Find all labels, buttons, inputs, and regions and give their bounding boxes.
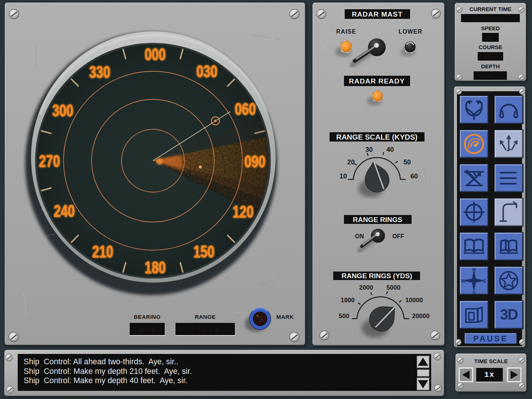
svg-text:20: 20 [347,158,355,166]
svg-text:10: 10 [340,173,347,180]
svg-text:OFF: OFF [392,233,404,239]
svg-text:210: 210 [92,242,113,261]
svg-text:2000: 2000 [359,284,373,291]
svg-text:W: W [461,278,466,284]
svg-text:ON: ON [355,233,364,239]
svg-text:3D: 3D [500,306,518,323]
svg-text:500: 500 [339,313,349,320]
svg-text:PAUSE: PAUSE [473,334,508,343]
svg-text:12: 12 [487,35,494,42]
svg-text:N: N [472,267,475,272]
svg-text:240: 240 [54,201,75,221]
svg-text:50: 50 [403,158,411,166]
svg-text:75843: 75843 [191,325,220,334]
svg-text:RANGE RINGS: RANGE RINGS [353,216,402,224]
svg-text:060: 060 [235,99,256,119]
svg-text:S: S [473,290,476,295]
svg-text:RANGE RINGS (YDS): RANGE RINGS (YDS) [341,272,412,280]
svg-text:30: 30 [365,146,373,153]
svg-text:270: 270 [39,151,60,171]
svg-text:RADAR READY: RADAR READY [349,77,405,85]
svg-text:LOWER: LOWER [399,28,423,35]
svg-text:150: 150 [194,242,215,261]
svg-text:120: 120 [233,202,254,221]
svg-text:330: 330 [89,62,110,82]
svg-text:40: 40 [486,74,494,80]
svg-text:60: 60 [410,173,418,180]
svg-text:000: 000 [145,44,166,64]
svg-text:E: E [483,278,487,284]
svg-text:40: 40 [386,146,394,153]
svg-text:064: 064 [484,54,496,61]
svg-text:064: 064 [139,325,156,334]
svg-text:090: 090 [245,151,266,171]
svg-text:10000: 10000 [405,297,423,304]
svg-text:RANGE SCALE (KYDS): RANGE SCALE (KYDS) [336,133,417,141]
svg-text:20000: 20000 [412,313,429,320]
svg-text:5000: 5000 [386,284,400,291]
svg-text:030: 030 [197,61,218,81]
svg-text:RADAR MAST: RADAR MAST [352,10,403,18]
svg-text:180: 180 [145,258,166,277]
svg-text:12:04:37: 12:04:37 [473,16,508,23]
svg-text:300: 300 [52,100,74,120]
svg-text:1000: 1000 [341,297,355,304]
svg-text:RAISE: RAISE [336,28,356,35]
